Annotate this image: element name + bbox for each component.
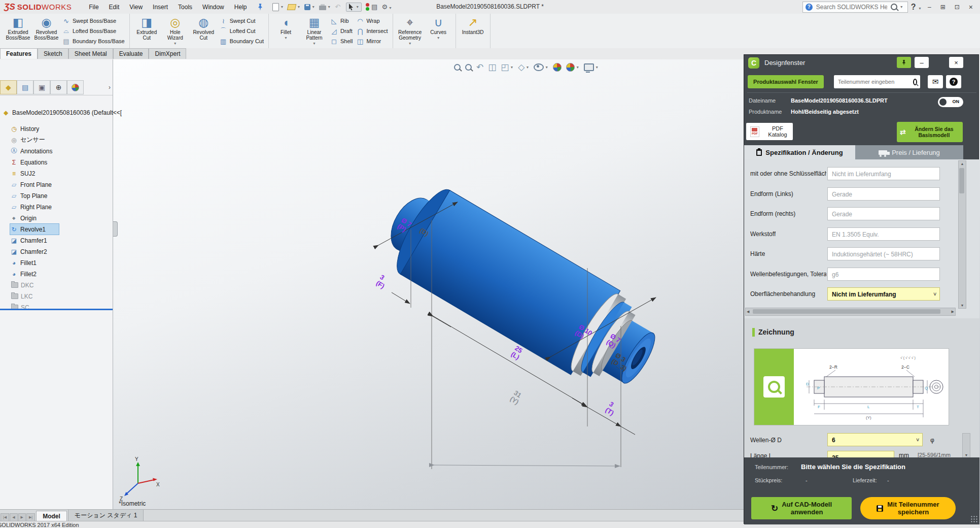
ribbon-lofted-boss-base[interactable]: ⌓Lofted Boss/Base <box>62 26 125 36</box>
apply-scene-button[interactable]: ▼ <box>566 63 579 72</box>
save-button[interactable]: ▼ <box>303 3 317 11</box>
tab-dimxpert[interactable]: DimXpert <box>149 48 186 59</box>
tree-item-fillet2[interactable]: ◕Fillet2 <box>10 269 123 279</box>
annotation-dim-l[interactable]: 25(L) <box>510 344 525 361</box>
menu-view[interactable]: View <box>124 2 148 13</box>
options-gear-button[interactable]: ⚙ ▼ <box>379 3 394 11</box>
ribbon-wrap[interactable]: ◠Wrap <box>356 16 388 25</box>
ribbon-extruded-cut[interactable]: ◨ExtrudedCut <box>133 14 160 48</box>
new-document-button[interactable]: ▼ <box>271 2 285 12</box>
menu-tools[interactable]: Tools <box>173 2 197 13</box>
close-button[interactable]: × <box>966 3 976 12</box>
tab-configuration-manager[interactable]: ▣ <box>33 80 50 94</box>
tab-feature-manager[interactable]: ◆ <box>0 80 17 94</box>
panel-splitter-handle[interactable] <box>113 221 118 237</box>
tab-property-manager[interactable]: ▤ <box>17 80 33 94</box>
ribbon-lofted-cut[interactable]: ⌒Lofted Cut <box>220 26 264 36</box>
ribbon-hole-wizard[interactable]: ◎HoleWizard▼ <box>162 14 189 48</box>
tab-sketch[interactable]: Sketch <box>38 48 68 59</box>
dropdown-caret-icon[interactable]: ▼ <box>408 41 412 46</box>
dropdown-caret-icon[interactable]: ▼ <box>312 41 316 46</box>
edit-appearance-button[interactable] <box>553 63 562 72</box>
form-input-mit-oder-ohne-schl-sselfl-ch[interactable]: Nicht im Lieferumfang <box>827 167 940 180</box>
tab-dimxpert-manager[interactable]: ⊕ <box>50 80 67 94</box>
search-icon[interactable] <box>913 79 917 85</box>
length-input[interactable]: 25 <box>827 451 894 457</box>
ribbon-extruded-boss-base[interactable]: ◧ExtrudedBoss/Base <box>5 14 31 48</box>
tab-spezifikation[interactable]: Spezifikation / Änderung <box>744 145 855 159</box>
print-button[interactable]: ▼ <box>318 3 332 11</box>
flyout-arrow[interactable]: › <box>109 84 111 91</box>
ribbon-revolved-boss-base[interactable]: ◉RevolvedBoss/Base <box>33 14 60 48</box>
apply-to-cad-button[interactable]: ↻ Auf CAD-Modellanwenden <box>751 497 852 519</box>
section-view-button[interactable]: ◫ <box>488 62 496 73</box>
menu-edit[interactable]: Edit <box>104 2 125 13</box>
ribbon-boundary-cut[interactable]: ▥Boundary Cut <box>220 37 264 46</box>
tab-features[interactable]: Features <box>0 48 38 59</box>
vertical-scrollbar[interactable]: ▲▼ <box>958 160 966 309</box>
ribbon-intersect[interactable]: ⋂Intersect <box>356 26 388 36</box>
zoom-fit-button[interactable] <box>454 64 461 71</box>
view-settings-button[interactable]: ▼ <box>584 63 599 71</box>
ribbon-swept-boss-base[interactable]: ∿Swept Boss/Base <box>62 16 125 25</box>
tree-item-fillet1[interactable]: ◕Fillet1 <box>10 257 123 268</box>
tree-item-revolve1[interactable]: ↻Revolve1 <box>10 224 59 235</box>
previous-view-button[interactable]: ↶ <box>476 62 483 73</box>
display-style-button[interactable]: ◇▼ <box>518 62 529 73</box>
ribbon-shell[interactable]: ◻Shell <box>330 37 353 46</box>
undo-button[interactable]: ↶ <box>333 2 342 12</box>
menu-file[interactable]: File <box>84 2 103 13</box>
ribbon-draft[interactable]: ◿Draft <box>330 26 353 36</box>
minimize-button[interactable]: – <box>925 3 934 11</box>
tree-item-history[interactable]: ◷History <box>10 123 123 134</box>
tab-scroll-next-button[interactable]: ▶ <box>18 513 26 521</box>
zoom-area-button[interactable] <box>465 64 472 71</box>
dropdown-caret-icon[interactable]: ▼ <box>545 65 548 69</box>
form-input-endform-rechts[interactable]: Gerade <box>827 207 940 220</box>
tree-item-chamfer1[interactable]: ◪Chamfer1 <box>10 235 123 246</box>
form-input-werkstoff[interactable]: EN 1.3505 Equiv. <box>827 227 940 241</box>
display-pane-button[interactable]: ▤ <box>369 3 379 11</box>
tab-display-manager[interactable] <box>67 80 84 94</box>
resize-grip[interactable] <box>970 515 978 523</box>
tree-item-suj2[interactable]: ≡SUJ2 <box>10 168 123 179</box>
tree-item-annotations[interactable]: ⒶAnnotations <box>10 146 123 156</box>
ribbon-curves[interactable]: ∪Curves▼ <box>425 14 452 48</box>
annotation-dim-y[interactable]: 31(Y) <box>509 389 524 406</box>
menu-help[interactable]: Help <box>229 2 252 13</box>
dropdown-caret-icon[interactable]: ▼ <box>510 65 513 69</box>
ribbon-reference-geometry[interactable]: ⌖ReferenceGeometry▼ <box>397 14 424 48</box>
tab-evaluate[interactable]: Evaluate <box>113 48 149 59</box>
dropdown-caret-icon[interactable]: ▼ <box>284 35 288 41</box>
doc-tab-1[interactable]: モーション スタディ 1 <box>68 509 144 521</box>
tab-scroll-prev-button[interactable]: ◀ <box>10 513 17 521</box>
menu-insert[interactable]: Insert <box>148 2 173 13</box>
part-number-input[interactable] <box>837 78 911 85</box>
help-search-input[interactable] <box>815 3 888 11</box>
hide-show-items-button[interactable]: ▼ <box>534 63 548 71</box>
form-input-endform-links[interactable]: Gerade <box>827 187 940 201</box>
rollback-bar[interactable] <box>0 309 113 310</box>
tree-item-dkc[interactable]: DKC <box>10 280 123 290</box>
tab-preis-lieferung[interactable]: Preis / Lieferung <box>855 145 963 159</box>
help-menu-button[interactable]: ? ▼ <box>911 3 922 12</box>
section-scrollbar[interactable]: ▼ <box>962 433 970 458</box>
dropdown-caret-icon[interactable]: ▼ <box>526 65 529 69</box>
panel-close-button[interactable]: × <box>949 57 963 68</box>
save-with-part-number-button[interactable]: Mit Teilenummerspeichern <box>860 497 956 519</box>
select-tool-button[interactable]: ▼ <box>346 3 362 12</box>
search-icon[interactable] <box>891 4 897 10</box>
dropdown-caret-icon[interactable]: ▼ <box>595 65 599 69</box>
panel-minimize-button[interactable]: – <box>915 57 929 68</box>
pdf-catalog-button[interactable]: PDF PDFKatalog <box>746 123 793 140</box>
resize-button[interactable]: ⊞ <box>937 3 949 11</box>
form-input-oberfl-chenbehandlung[interactable]: Nicht im Lieferumfang˅ <box>827 287 940 301</box>
on-toggle[interactable]: ON <box>938 97 963 107</box>
form-input-wellenbefestigungen-tolera[interactable]: g6 <box>827 268 940 281</box>
dropdown-caret-icon[interactable]: ▼ <box>576 65 579 69</box>
tree-item-sc[interactable]: SC <box>10 302 123 313</box>
change-base-model-button[interactable]: ⇄ Ändern Sie dasBasismodell <box>897 122 963 142</box>
pin-icon[interactable] <box>257 3 264 11</box>
form-input-h-rte[interactable]: Induktionsgehärtet (~ 58HRC) <box>827 247 940 260</box>
ribbon-mirror[interactable]: ◫Mirror <box>356 37 388 46</box>
